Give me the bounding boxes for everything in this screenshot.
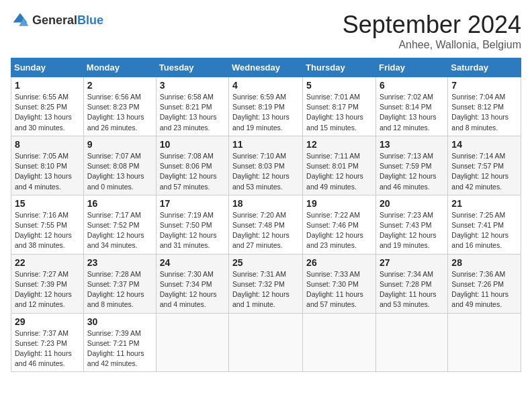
day-number: 18 bbox=[232, 198, 299, 209]
weekday-header: Tuesday bbox=[156, 58, 228, 77]
calendar-cell bbox=[229, 313, 303, 372]
weekday-header: Friday bbox=[375, 58, 447, 77]
day-info: Sunrise: 6:56 AMSunset: 8:23 PMDaylight:… bbox=[87, 92, 152, 133]
day-number: 7 bbox=[451, 80, 517, 91]
calendar-header-row: SundayMondayTuesdayWednesdayThursdayFrid… bbox=[11, 58, 521, 77]
calendar-cell: 6Sunrise: 7:02 AMSunset: 8:14 PMDaylight… bbox=[375, 77, 447, 136]
day-number: 5 bbox=[306, 80, 372, 91]
day-info: Sunrise: 7:34 AMSunset: 7:28 PMDaylight:… bbox=[380, 269, 444, 310]
calendar-cell: 28Sunrise: 7:36 AMSunset: 7:26 PMDayligh… bbox=[448, 254, 521, 313]
calendar-table: SundayMondayTuesdayWednesdayThursdayFrid… bbox=[11, 58, 521, 372]
calendar-cell: 24Sunrise: 7:30 AMSunset: 7:34 PMDayligh… bbox=[156, 254, 228, 313]
day-info: Sunrise: 6:55 AMSunset: 8:25 PMDaylight:… bbox=[15, 92, 80, 133]
day-info: Sunrise: 7:28 AMSunset: 7:37 PMDaylight:… bbox=[87, 269, 152, 310]
day-number: 20 bbox=[380, 198, 444, 209]
day-number: 26 bbox=[306, 257, 372, 268]
calendar-cell: 8Sunrise: 7:05 AMSunset: 8:10 PMDaylight… bbox=[11, 136, 84, 195]
day-number: 11 bbox=[232, 139, 299, 150]
weekday-header: Monday bbox=[83, 58, 156, 77]
day-number: 2 bbox=[87, 80, 152, 91]
calendar-cell bbox=[303, 313, 376, 372]
calendar-cell: 22Sunrise: 7:27 AMSunset: 7:39 PMDayligh… bbox=[11, 254, 84, 313]
day-number: 22 bbox=[15, 257, 80, 268]
day-info: Sunrise: 7:01 AMSunset: 8:17 PMDaylight:… bbox=[306, 92, 372, 133]
calendar-cell: 4Sunrise: 6:59 AMSunset: 8:19 PMDaylight… bbox=[229, 77, 303, 136]
weekday-header: Thursday bbox=[303, 58, 376, 77]
calendar-cell: 7Sunrise: 7:04 AMSunset: 8:12 PMDaylight… bbox=[448, 77, 521, 136]
location-title: Anhee, Wallonia, Belgium bbox=[343, 39, 521, 51]
day-number: 23 bbox=[87, 257, 152, 268]
calendar-cell: 17Sunrise: 7:19 AMSunset: 7:50 PMDayligh… bbox=[156, 195, 228, 254]
day-number: 14 bbox=[451, 139, 517, 150]
weekday-header: Wednesday bbox=[229, 58, 303, 77]
day-number: 25 bbox=[232, 257, 299, 268]
calendar-cell: 26Sunrise: 7:33 AMSunset: 7:30 PMDayligh… bbox=[303, 254, 376, 313]
day-number: 13 bbox=[380, 139, 444, 150]
day-number: 4 bbox=[232, 80, 299, 91]
day-number: 8 bbox=[15, 139, 80, 150]
page-header: GeneralBlue September 2024 Anhee, Wallon… bbox=[11, 11, 521, 51]
logo-text: GeneralBlue bbox=[32, 13, 103, 28]
day-number: 27 bbox=[380, 257, 444, 268]
calendar-cell: 27Sunrise: 7:34 AMSunset: 7:28 PMDayligh… bbox=[375, 254, 447, 313]
calendar-cell bbox=[375, 313, 447, 372]
calendar-cell bbox=[448, 313, 521, 372]
calendar-cell: 29Sunrise: 7:37 AMSunset: 7:23 PMDayligh… bbox=[11, 313, 84, 372]
calendar-cell: 12Sunrise: 7:11 AMSunset: 8:01 PMDayligh… bbox=[303, 136, 376, 195]
calendar-cell: 9Sunrise: 7:07 AMSunset: 8:08 PMDaylight… bbox=[83, 136, 156, 195]
day-info: Sunrise: 7:04 AMSunset: 8:12 PMDaylight:… bbox=[451, 92, 517, 133]
calendar-cell: 11Sunrise: 7:10 AMSunset: 8:03 PMDayligh… bbox=[229, 136, 303, 195]
calendar-cell: 30Sunrise: 7:39 AMSunset: 7:21 PMDayligh… bbox=[83, 313, 156, 372]
weekday-header: Saturday bbox=[448, 58, 521, 77]
day-number: 10 bbox=[160, 139, 225, 150]
day-info: Sunrise: 7:07 AMSunset: 8:08 PMDaylight:… bbox=[87, 151, 152, 192]
calendar-cell: 3Sunrise: 6:58 AMSunset: 8:21 PMDaylight… bbox=[156, 77, 228, 136]
calendar-cell: 15Sunrise: 7:16 AMSunset: 7:55 PMDayligh… bbox=[11, 195, 84, 254]
calendar-week-row: 15Sunrise: 7:16 AMSunset: 7:55 PMDayligh… bbox=[11, 195, 521, 254]
title-block: September 2024 Anhee, Wallonia, Belgium bbox=[343, 11, 521, 51]
day-number: 3 bbox=[160, 80, 225, 91]
day-number: 15 bbox=[15, 198, 80, 209]
day-info: Sunrise: 7:11 AMSunset: 8:01 PMDaylight:… bbox=[306, 151, 372, 192]
day-number: 12 bbox=[306, 139, 372, 150]
day-number: 21 bbox=[451, 198, 517, 209]
day-number: 30 bbox=[87, 316, 152, 327]
day-info: Sunrise: 7:19 AMSunset: 7:50 PMDaylight:… bbox=[160, 210, 225, 251]
calendar-cell: 1Sunrise: 6:55 AMSunset: 8:25 PMDaylight… bbox=[11, 77, 84, 136]
calendar-cell: 13Sunrise: 7:13 AMSunset: 7:59 PMDayligh… bbox=[375, 136, 447, 195]
calendar-cell: 18Sunrise: 7:20 AMSunset: 7:48 PMDayligh… bbox=[229, 195, 303, 254]
day-number: 29 bbox=[15, 316, 80, 327]
day-number: 24 bbox=[160, 257, 225, 268]
month-title: September 2024 bbox=[343, 11, 521, 39]
calendar-cell: 19Sunrise: 7:22 AMSunset: 7:46 PMDayligh… bbox=[303, 195, 376, 254]
calendar-cell: 21Sunrise: 7:25 AMSunset: 7:41 PMDayligh… bbox=[448, 195, 521, 254]
day-number: 28 bbox=[451, 257, 517, 268]
calendar-cell: 14Sunrise: 7:14 AMSunset: 7:57 PMDayligh… bbox=[448, 136, 521, 195]
day-info: Sunrise: 7:22 AMSunset: 7:46 PMDaylight:… bbox=[306, 210, 372, 251]
calendar-cell: 20Sunrise: 7:23 AMSunset: 7:43 PMDayligh… bbox=[375, 195, 447, 254]
logo-icon bbox=[11, 11, 30, 30]
day-number: 16 bbox=[87, 198, 152, 209]
day-info: Sunrise: 7:14 AMSunset: 7:57 PMDaylight:… bbox=[451, 151, 517, 192]
calendar-cell: 16Sunrise: 7:17 AMSunset: 7:52 PMDayligh… bbox=[83, 195, 156, 254]
calendar-week-row: 29Sunrise: 7:37 AMSunset: 7:23 PMDayligh… bbox=[11, 313, 521, 372]
day-number: 9 bbox=[87, 139, 152, 150]
calendar-cell: 25Sunrise: 7:31 AMSunset: 7:32 PMDayligh… bbox=[229, 254, 303, 313]
day-info: Sunrise: 7:16 AMSunset: 7:55 PMDaylight:… bbox=[15, 210, 80, 251]
calendar-week-row: 1Sunrise: 6:55 AMSunset: 8:25 PMDaylight… bbox=[11, 77, 521, 136]
day-info: Sunrise: 7:31 AMSunset: 7:32 PMDaylight:… bbox=[232, 269, 299, 310]
day-info: Sunrise: 7:33 AMSunset: 7:30 PMDaylight:… bbox=[306, 269, 372, 310]
day-number: 19 bbox=[306, 198, 372, 209]
day-info: Sunrise: 7:13 AMSunset: 7:59 PMDaylight:… bbox=[380, 151, 444, 192]
day-info: Sunrise: 7:05 AMSunset: 8:10 PMDaylight:… bbox=[15, 151, 80, 192]
logo: GeneralBlue bbox=[11, 11, 103, 30]
day-info: Sunrise: 7:10 AMSunset: 8:03 PMDaylight:… bbox=[232, 151, 299, 192]
day-info: Sunrise: 7:30 AMSunset: 7:34 PMDaylight:… bbox=[160, 269, 225, 310]
day-info: Sunrise: 7:23 AMSunset: 7:43 PMDaylight:… bbox=[380, 210, 444, 251]
calendar-cell: 5Sunrise: 7:01 AMSunset: 8:17 PMDaylight… bbox=[303, 77, 376, 136]
day-info: Sunrise: 7:20 AMSunset: 7:48 PMDaylight:… bbox=[232, 210, 299, 251]
calendar-week-row: 8Sunrise: 7:05 AMSunset: 8:10 PMDaylight… bbox=[11, 136, 521, 195]
day-info: Sunrise: 7:08 AMSunset: 8:06 PMDaylight:… bbox=[160, 151, 225, 192]
day-number: 6 bbox=[380, 80, 444, 91]
day-info: Sunrise: 7:27 AMSunset: 7:39 PMDaylight:… bbox=[15, 269, 80, 310]
